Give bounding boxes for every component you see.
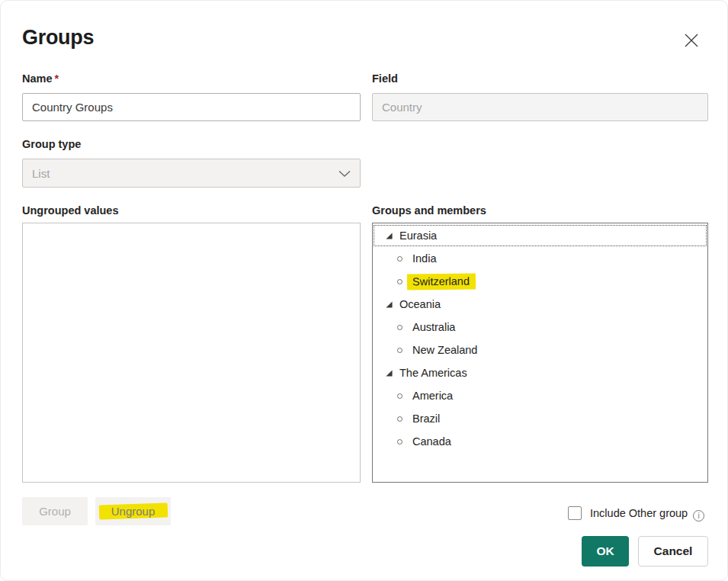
circle-bullet-icon bbox=[397, 348, 402, 353]
circle-bullet-icon bbox=[397, 393, 402, 399]
tree-member-new-zealand[interactable]: New Zealand bbox=[373, 339, 707, 361]
cancel-button[interactable]: Cancel bbox=[638, 536, 708, 567]
name-input[interactable] bbox=[22, 93, 361, 121]
group-label: Eurasia bbox=[399, 230, 437, 242]
member-label: Brazil bbox=[412, 412, 440, 425]
tree-member-switzerland[interactable]: Switzerland bbox=[373, 270, 707, 293]
info-icon[interactable]: i bbox=[693, 510, 704, 522]
groups-members-tree[interactable]: EurasiaIndiaSwitzerlandOceaniaAustraliaN… bbox=[372, 223, 708, 483]
groups-members-label: Groups and members bbox=[372, 204, 486, 217]
tree-member-canada[interactable]: Canada bbox=[373, 430, 707, 453]
circle-bullet-icon bbox=[397, 439, 402, 445]
member-label: Switzerland bbox=[407, 273, 476, 290]
circle-bullet-icon bbox=[397, 279, 402, 284]
dialog-title: Groups bbox=[22, 26, 94, 50]
groups-dialog: Groups Name* Field Group type List Ungro… bbox=[0, 0, 728, 581]
member-label: Australia bbox=[412, 321, 455, 333]
include-other-group-row: Include Other group i bbox=[568, 505, 704, 522]
tree-member-india[interactable]: India bbox=[373, 247, 707, 270]
member-label: New Zealand bbox=[412, 344, 477, 356]
include-other-group-checkbox[interactable] bbox=[568, 506, 582, 520]
include-other-group-label: Include Other group bbox=[590, 507, 688, 519]
member-label: India bbox=[412, 252, 436, 265]
circle-bullet-icon bbox=[397, 325, 402, 330]
tree-member-brazil[interactable]: Brazil bbox=[373, 407, 707, 430]
group-label: Oceania bbox=[399, 298, 441, 310]
field-input bbox=[372, 93, 708, 121]
ungrouped-values-list[interactable] bbox=[22, 223, 361, 483]
triangle-expanded-icon bbox=[386, 370, 393, 377]
group-label: The Americas bbox=[399, 367, 467, 379]
tree-member-australia[interactable]: Australia bbox=[373, 316, 707, 339]
member-label: Canada bbox=[412, 435, 451, 448]
ungrouped-values-label: Ungrouped values bbox=[22, 204, 119, 217]
triangle-expanded-icon bbox=[386, 301, 393, 308]
tree-member-america[interactable]: America bbox=[373, 384, 707, 407]
group-type-label: Group type bbox=[22, 138, 81, 150]
group-type-select: List bbox=[22, 159, 361, 188]
ungroup-button[interactable]: Ungroup bbox=[95, 497, 171, 525]
required-asterisk: * bbox=[55, 72, 59, 85]
group-type-value: List bbox=[32, 167, 50, 180]
close-icon[interactable] bbox=[683, 32, 700, 49]
tree-group-oceania[interactable]: Oceania bbox=[373, 293, 707, 316]
circle-bullet-icon bbox=[397, 416, 402, 422]
tree-group-eurasia[interactable]: Eurasia bbox=[373, 224, 707, 247]
member-label: America bbox=[412, 390, 453, 402]
circle-bullet-icon bbox=[397, 256, 402, 262]
triangle-expanded-icon bbox=[386, 233, 393, 239]
chevron-down-icon bbox=[338, 167, 351, 180]
group-button[interactable]: Group bbox=[22, 497, 88, 525]
ok-button[interactable]: OK bbox=[582, 536, 629, 567]
field-label: Field bbox=[372, 72, 398, 85]
tree-group-the-americas[interactable]: The Americas bbox=[373, 361, 707, 384]
name-label: Name* bbox=[22, 72, 59, 85]
